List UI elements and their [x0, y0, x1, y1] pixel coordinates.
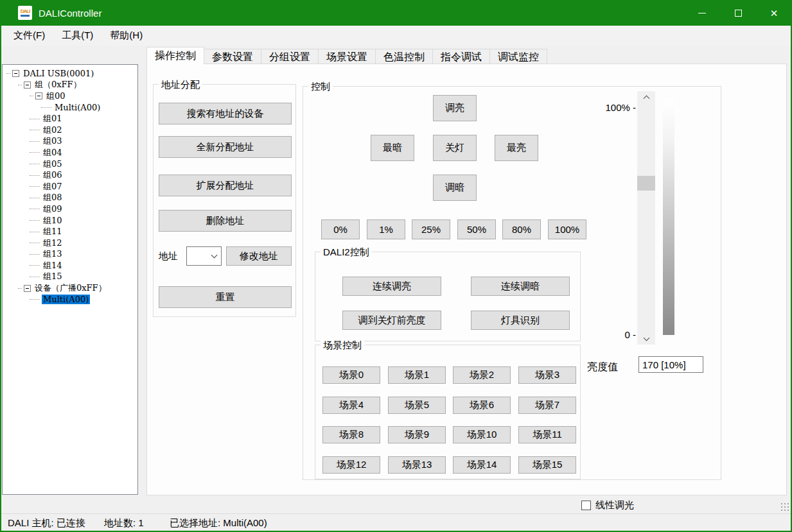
percent-button-100[interactable]: 100%	[548, 219, 586, 239]
maximize-button[interactable]	[720, 0, 756, 26]
percent-button-25[interactable]: 25%	[412, 219, 450, 239]
scene-button-13[interactable]: 场景13	[388, 456, 446, 474]
dali2-button-3[interactable]: 灯具识别	[471, 311, 570, 330]
tree-item[interactable]: 组14	[3, 260, 137, 271]
scene-button-7[interactable]: 场景7	[518, 397, 576, 414]
scene-button-3[interactable]: 场景3	[518, 366, 576, 384]
scroll-down-button[interactable]	[637, 334, 655, 345]
percent-button-80[interactable]: 80%	[502, 219, 541, 239]
tab-4[interactable]: 色温控制	[376, 49, 433, 64]
modify-address-button[interactable]: 修改地址	[226, 246, 292, 266]
dali2-button-0[interactable]: 连续调亮	[342, 277, 441, 296]
slider-top-label: 100% -	[591, 102, 636, 113]
address-button-2[interactable]: 扩展分配地址	[159, 175, 292, 196]
collapse-icon[interactable]	[24, 82, 31, 89]
tree-connector	[30, 186, 40, 187]
scene-button-11[interactable]: 场景11	[518, 426, 576, 443]
resize-grip-icon[interactable]	[780, 502, 789, 511]
menu-item-1[interactable]: 工具(T)	[53, 27, 101, 44]
tree-item[interactable]: 组15	[3, 271, 137, 283]
tree-item-label: 组03	[42, 135, 64, 147]
tab-0[interactable]: 操作控制	[146, 47, 204, 64]
tree-connector	[30, 254, 40, 255]
brightness-scrollbar[interactable]	[637, 91, 655, 345]
dali2-button-1[interactable]: 连续调暗	[471, 277, 570, 296]
tree-item[interactable]: 组04	[3, 147, 137, 159]
scene-button-0[interactable]: 场景0	[322, 366, 380, 384]
scene-control-group: 场景控制 场景0场景1场景2场景3场景4场景5场景6场景7场景8场景9场景10场…	[315, 345, 581, 479]
tree-item[interactable]: 组08	[3, 193, 137, 204]
tree-item-label: 组13	[42, 248, 64, 260]
scrollbar-thumb[interactable]	[637, 176, 655, 191]
percent-button-50[interactable]: 50%	[457, 219, 496, 239]
tree-item[interactable]: 组07	[3, 181, 137, 193]
scene-button-5[interactable]: 场景5	[388, 397, 446, 414]
address-button-0[interactable]: 搜索有地址的设备	[159, 103, 292, 124]
percent-button-0[interactable]: 0%	[321, 219, 360, 239]
app-icon: DALI	[18, 6, 32, 20]
scene-button-1[interactable]: 场景1	[388, 366, 446, 384]
close-button[interactable]: ✕	[756, 0, 792, 26]
tree-item[interactable]: 组01	[3, 113, 137, 124]
tab-2[interactable]: 分组设置	[261, 49, 319, 64]
dim-button[interactable]: 调暗	[433, 175, 477, 201]
scene-button-4[interactable]: 场景4	[322, 397, 380, 414]
tree-item[interactable]: 组05	[3, 159, 137, 170]
tree-item-label: 组01	[42, 113, 64, 124]
scene-button-10[interactable]: 场景10	[453, 426, 511, 443]
address-combobox[interactable]	[186, 246, 222, 266]
tree-item[interactable]: DALI USB(0001)	[3, 68, 137, 80]
tree-item[interactable]: 组02	[3, 124, 137, 136]
tree-connector	[30, 130, 40, 130]
menu-item-2[interactable]: 帮助(H)	[101, 27, 151, 44]
slider-bottom-label: 0 -	[615, 329, 636, 340]
address-button-3[interactable]: 删除地址	[159, 210, 292, 232]
status-item-0: DALI 主机: 已连接	[8, 517, 85, 529]
scene-button-2[interactable]: 场景2	[453, 366, 511, 384]
tab-6[interactable]: 调试监控	[490, 49, 547, 64]
tree-item[interactable]: 设备（广播0xFF）	[3, 282, 137, 294]
tree-connector	[30, 243, 40, 243]
scroll-up-button[interactable]	[637, 91, 655, 102]
dali2-button-2[interactable]: 调到关灯前亮度	[342, 311, 441, 330]
scene-button-15[interactable]: 场景15	[518, 456, 576, 474]
linear-dimming-checkbox[interactable]	[581, 501, 591, 510]
min-brightness-button[interactable]: 最暗	[371, 135, 414, 161]
max-brightness-button[interactable]: 最亮	[495, 135, 538, 161]
dali2-control-group: DALI2控制 连续调亮连续调暗调到关灯前亮度灯具识别	[315, 252, 581, 341]
tree-item[interactable]: 组11	[3, 226, 137, 237]
tab-3[interactable]: 场景设置	[319, 49, 376, 64]
brighten-button[interactable]: 调亮	[433, 95, 477, 121]
scene-button-12[interactable]: 场景12	[322, 456, 380, 474]
scene-button-14[interactable]: 场景14	[453, 456, 511, 474]
collapse-icon[interactable]	[24, 285, 31, 292]
percent-button-1[interactable]: 1%	[367, 219, 405, 239]
tree-item[interactable]: 组10	[3, 215, 137, 227]
tab-1[interactable]: 参数设置	[204, 49, 261, 64]
reset-button[interactable]: 重置	[159, 286, 292, 308]
tree-item[interactable]: 组12	[3, 237, 137, 249]
tree-item[interactable]: 组00	[3, 90, 137, 102]
maximize-icon	[735, 10, 742, 17]
tree-item[interactable]: Multi(A00)	[3, 102, 137, 114]
tree-item-label: 组15	[42, 271, 64, 282]
brightness-value-field[interactable]: 170 [10%]	[638, 356, 703, 373]
tree-item[interactable]: 组03	[3, 136, 137, 148]
scene-button-6[interactable]: 场景6	[453, 397, 511, 414]
menu-item-0[interactable]: 文件(F)	[5, 27, 53, 44]
tab-5[interactable]: 指令调试	[433, 49, 490, 64]
collapse-icon[interactable]	[12, 70, 19, 77]
tree-item[interactable]: 组13	[3, 249, 137, 261]
tree-item[interactable]: Multi(A00)	[3, 294, 137, 305]
collapse-icon[interactable]	[35, 92, 42, 99]
chevron-down-icon	[643, 335, 649, 341]
tree-item[interactable]: 组09	[3, 203, 137, 215]
tree-item[interactable]: 组（0xFF）	[3, 80, 137, 91]
tree-item[interactable]: 组06	[3, 169, 137, 181]
scene-button-9[interactable]: 场景9	[388, 426, 446, 443]
scene-button-8[interactable]: 场景8	[322, 426, 380, 443]
light-off-button[interactable]: 关灯	[433, 135, 477, 161]
address-button-1[interactable]: 全新分配地址	[159, 136, 292, 158]
tree-item-label: 组10	[42, 215, 64, 227]
minimize-button[interactable]	[684, 0, 720, 26]
